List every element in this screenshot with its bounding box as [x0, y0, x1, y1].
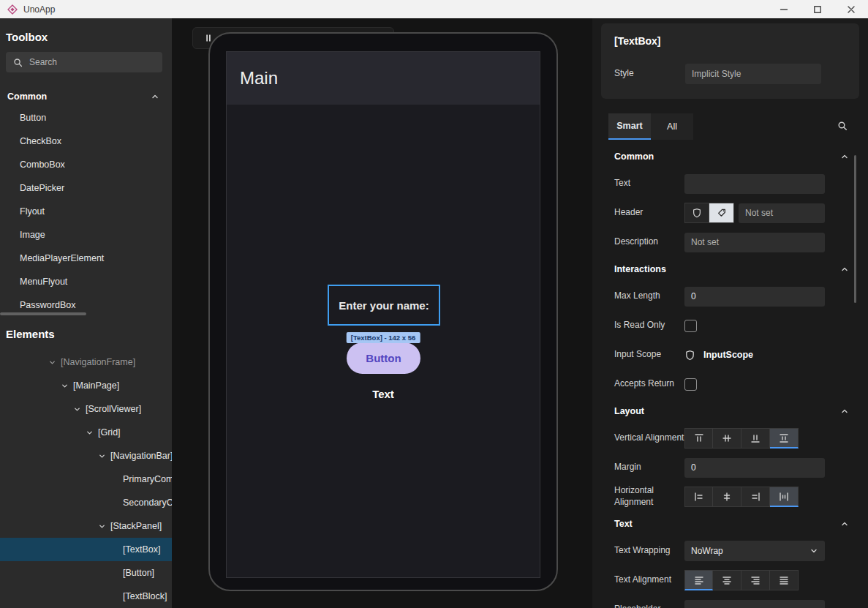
tree-item-scrollviewer[interactable]: [ScrollViewer] — [0, 397, 172, 421]
app-preview-screen: Main Enter your name: [TextBox] - 142 x … — [226, 51, 540, 578]
properties-scrollbar[interactable] — [854, 155, 856, 303]
description-property-input[interactable] — [684, 233, 825, 252]
toolbox-section-common[interactable]: Common — [0, 87, 172, 106]
header-property-input[interactable] — [739, 203, 825, 223]
align-left-icon[interactable] — [684, 487, 713, 507]
toolbox-item-combobox[interactable]: ComboBox — [0, 153, 172, 176]
align-top-icon[interactable] — [684, 428, 713, 449]
chevron-up-icon[interactable] — [840, 152, 849, 161]
text-alignment-group — [684, 570, 799, 590]
tree-item-navigationframe[interactable]: [NavigationFrame] — [0, 350, 172, 374]
toolbox-item-datepicker[interactable]: DatePicker — [0, 176, 172, 200]
chevron-up-icon[interactable] — [151, 92, 159, 101]
margin-label: Margin — [614, 462, 684, 473]
tab-smart[interactable]: Smart — [608, 113, 651, 140]
tree-item-navigationbar[interactable]: [NavigationBar] — [0, 444, 172, 468]
max-length-input[interactable] — [684, 287, 825, 307]
is-read-only-checkbox[interactable] — [684, 320, 697, 332]
preview-button[interactable]: Button — [347, 342, 420, 374]
section-layout[interactable]: Layout — [592, 399, 868, 424]
input-scope-button[interactable]: InputScope — [684, 350, 753, 361]
toolbox-horizontal-scrollbar[interactable] — [0, 312, 86, 315]
tree-item-label: [TextBlock] — [123, 591, 167, 601]
tab-all[interactable]: All — [651, 113, 693, 140]
align-horizontal-stretch-icon[interactable] — [770, 487, 799, 507]
chevron-down-icon[interactable] — [86, 429, 94, 437]
tree-item-textbox-selected[interactable]: [TextBox] — [0, 538, 172, 561]
text-wrapping-row: Text Wrapping NoWrap — [592, 536, 868, 566]
text-align-right-icon[interactable] — [741, 570, 770, 590]
preview-textbox-selected[interactable]: Enter your name: — [328, 285, 440, 326]
toolbox-item-mediaplayerelement[interactable]: MediaPlayerElement — [0, 247, 172, 270]
align-bottom-icon[interactable] — [741, 428, 770, 449]
max-length-label: Max Length — [614, 290, 684, 302]
text-alignment-row: Text Alignment — [592, 566, 868, 595]
vertical-alignment-row: Vertical Alignment — [592, 424, 868, 453]
align-vertical-center-icon[interactable] — [713, 428, 741, 449]
section-text-label: Text — [614, 519, 633, 529]
tree-item-button[interactable]: [Button] — [0, 561, 172, 585]
chevron-down-icon[interactable] — [48, 359, 57, 367]
input-scope-value: InputScope — [703, 350, 753, 360]
selected-element-title: [TextBox] — [614, 35, 661, 47]
section-interactions-label: Interactions — [614, 264, 666, 274]
tree-item-stackpanel[interactable]: [StackPanel] — [0, 514, 172, 538]
tree-item-grid[interactable]: [Grid] — [0, 421, 172, 444]
minimize-button[interactable] — [767, 0, 801, 18]
horizontal-alignment-group — [684, 487, 799, 507]
text-align-center-icon[interactable] — [713, 570, 741, 590]
tree-item-label: SecondaryCo — [123, 498, 172, 508]
close-button[interactable] — [834, 0, 868, 18]
tag-toggle-icon[interactable] — [709, 203, 734, 223]
tree-item-mainpage[interactable]: [MainPage] — [0, 374, 172, 397]
text-align-left-icon[interactable] — [684, 570, 713, 590]
design-canvas: Main Enter your name: [TextBox] - 142 x … — [172, 18, 592, 608]
shield-toggle-icon[interactable] — [684, 203, 709, 223]
description-property-label: Description — [614, 236, 684, 248]
chevron-down-icon[interactable] — [98, 522, 107, 530]
accepts-return-checkbox[interactable] — [684, 378, 697, 391]
toolbox-item-menuflyout[interactable]: MenuFlyout — [0, 270, 172, 293]
section-layout-label: Layout — [614, 406, 644, 416]
is-read-only-label: Is Read Only — [614, 320, 684, 331]
section-common-label: Common — [614, 151, 654, 162]
toolbox-searchbox[interactable] — [6, 52, 162, 72]
text-alignment-label: Text Alignment — [614, 574, 684, 586]
toolbox-item-flyout[interactable]: Flyout — [0, 200, 172, 223]
tree-item-label: [ScrollViewer] — [86, 404, 141, 414]
toolbox-item-image[interactable]: Image — [0, 223, 172, 247]
search-input[interactable] — [29, 57, 156, 67]
preview-textblock[interactable]: Text — [227, 388, 540, 400]
properties-search-icon[interactable] — [837, 120, 848, 132]
section-common-label: Common — [7, 91, 47, 102]
margin-input[interactable] — [684, 458, 825, 478]
placeholder-label: Placeholder — [614, 604, 684, 608]
text-property-label: Text — [614, 178, 684, 189]
align-horizontal-center-icon[interactable] — [713, 487, 741, 507]
chevron-down-icon[interactable] — [98, 452, 107, 460]
is-read-only-row: Is Read Only — [592, 311, 868, 340]
align-vertical-stretch-icon[interactable] — [770, 428, 799, 449]
placeholder-input[interactable] — [684, 600, 825, 608]
chevron-up-icon[interactable] — [840, 265, 849, 274]
tree-item-textblock[interactable]: [TextBlock] — [0, 585, 172, 608]
text-wrapping-dropdown[interactable]: NoWrap — [684, 541, 825, 561]
section-text[interactable]: Text — [592, 511, 868, 536]
maximize-button[interactable] — [801, 0, 834, 18]
tree-item-secondarycommands[interactable]: SecondaryCo — [0, 491, 172, 514]
section-interactions[interactable]: Interactions — [592, 257, 868, 282]
chevron-down-icon[interactable] — [73, 405, 82, 413]
chevron-down-icon[interactable] — [61, 382, 69, 390]
toolbox-item-button[interactable]: Button — [0, 106, 172, 130]
chevron-up-icon[interactable] — [840, 519, 849, 528]
section-common[interactable]: Common — [592, 144, 868, 169]
style-input[interactable] — [685, 64, 821, 84]
text-property-input[interactable] — [684, 174, 825, 194]
chevron-up-icon[interactable] — [840, 407, 849, 416]
properties-panel: [TextBox] Style Smart All Common Text He… — [592, 18, 868, 608]
tree-item-primarycommands[interactable]: PrimaryComm — [0, 468, 172, 491]
text-align-justify-icon[interactable] — [770, 570, 799, 590]
align-right-icon[interactable] — [741, 487, 770, 507]
accepts-return-label: Accepts Return — [614, 378, 684, 390]
toolbox-item-checkbox[interactable]: CheckBox — [0, 130, 172, 153]
